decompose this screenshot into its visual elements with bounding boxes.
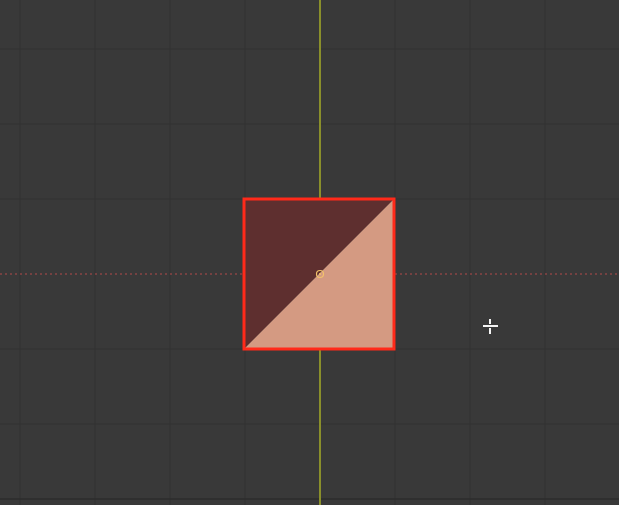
viewport-3d[interactable] — [0, 0, 619, 505]
svg-point-15 — [319, 273, 321, 275]
mesh-plane[interactable] — [0, 0, 619, 505]
